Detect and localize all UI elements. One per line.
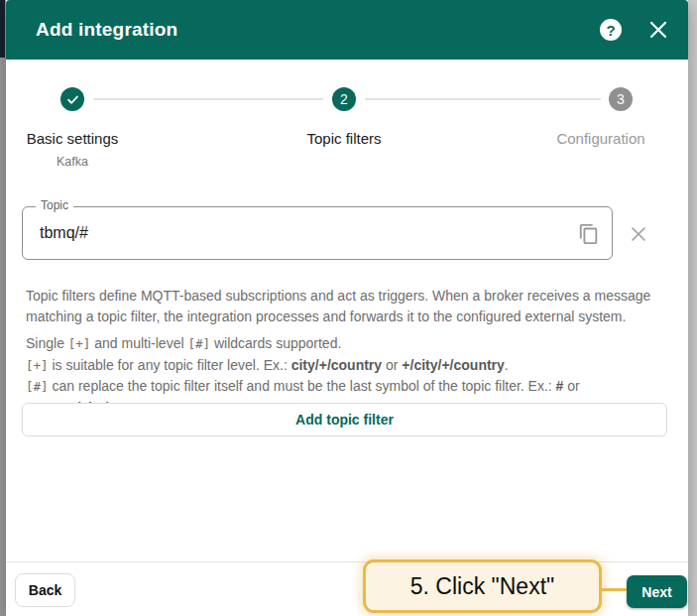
step-connector-1 [93, 98, 323, 100]
dialog-header: Add integration ? [6, 0, 688, 60]
check-icon [66, 93, 79, 106]
screen: Add integration ? 2 3 Bas [0, 0, 697, 616]
topic-field: Topic tbmq/# [22, 206, 613, 260]
backdrop-dark-strip [0, 0, 5, 58]
add-topic-filter-button[interactable]: Add topic filter [22, 403, 667, 436]
annotation-connector [602, 588, 627, 591]
annotation-callout: 5. Click "Next" [363, 559, 602, 613]
step-connector-2 [365, 98, 601, 100]
step-1-circle[interactable] [60, 87, 84, 111]
wildcard-line-1: Single [+] and multi-level [#] wildcards… [26, 333, 676, 355]
clear-topic-icon[interactable] [628, 223, 649, 245]
step-2-circle[interactable]: 2 [332, 87, 356, 111]
copy-icon[interactable] [578, 223, 600, 245]
close-icon[interactable] [648, 20, 668, 40]
topic-input[interactable]: tbmq/# [40, 207, 88, 259]
wildcard-line-2: [+] is suitable for any topic filter lev… [26, 355, 676, 377]
step-1-label[interactable]: Basic settings [6, 130, 139, 147]
step-3-number: 3 [617, 91, 625, 107]
topic-filter-description: Topic filters define MQTT-based subscrip… [26, 286, 672, 327]
step-1-sublabel: Kafka [6, 155, 139, 169]
dialog-title: Add integration [36, 19, 600, 41]
header-actions: ? [600, 19, 668, 41]
next-button[interactable]: Next [627, 575, 687, 608]
back-button[interactable]: Back [15, 573, 75, 607]
annotation-text: 5. Click "Next" [410, 573, 554, 600]
step-3-label[interactable]: Configuration [522, 130, 688, 147]
add-integration-dialog: Add integration ? 2 3 Bas [6, 0, 688, 616]
backdrop-right [688, 0, 697, 616]
help-icon[interactable]: ? [600, 19, 622, 41]
step-3-circle[interactable]: 3 [609, 87, 633, 111]
step-2-label[interactable]: Topic filters [245, 130, 443, 147]
step-2-number: 2 [340, 91, 348, 107]
